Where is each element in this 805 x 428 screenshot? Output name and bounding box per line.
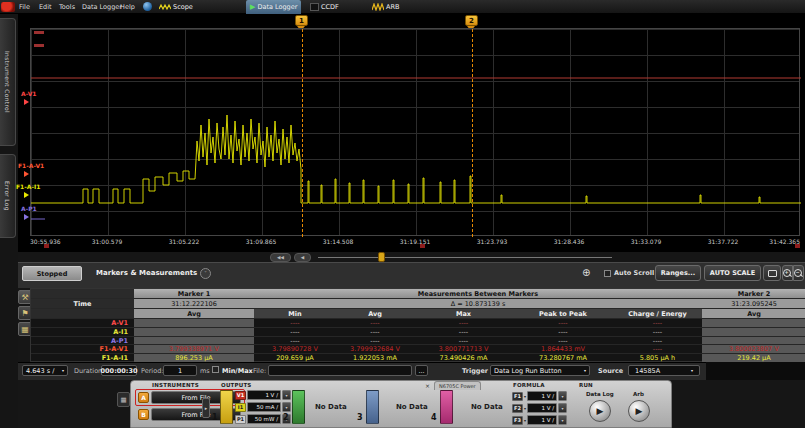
app-tab-data-logger[interactable]: ▶ Data Logger [246, 0, 301, 14]
minmax-label[interactable]: Min/Max [222, 367, 253, 375]
i1-range-field[interactable]: 50 mA / [247, 402, 281, 412]
auto-scroll-label[interactable]: Auto Scroll [614, 269, 654, 277]
chevron-down-icon[interactable]: ▾ [524, 394, 526, 399]
run-header: RUN [579, 382, 593, 388]
crosshair-icon[interactable]: ⊕ [582, 267, 590, 278]
period-label: Period: [141, 367, 163, 375]
f1-range-field[interactable]: 1 V / [527, 391, 557, 401]
channel-3-bar[interactable] [366, 390, 379, 424]
browse-button[interactable]: ... [415, 365, 428, 376]
v1-badge: V1 [235, 391, 246, 400]
x-tick: 31:28.436 [554, 238, 585, 245]
channel-label-a-p1[interactable]: A-P1 [21, 205, 37, 212]
marker2-line[interactable] [472, 29, 473, 237]
cell [702, 319, 805, 328]
zoom-region-button[interactable] [763, 265, 781, 281]
arb-run-button[interactable]: ▶ [628, 400, 650, 422]
v1-range-field[interactable]: 1 V / [247, 390, 281, 400]
cell: 3.800023807 V [702, 345, 805, 354]
app-logo-icon [1, 2, 15, 12]
app-tab-ccdf[interactable]: CCDF [306, 0, 343, 14]
channel-1-bar[interactable] [220, 390, 233, 424]
chevron-down-icon[interactable]: ▾ [558, 415, 567, 425]
chevron-down-icon[interactable]: ▾ [558, 403, 567, 413]
menu-file[interactable]: File [17, 3, 32, 12]
scroll-left-button[interactable]: ◀ [294, 253, 311, 262]
cell [702, 328, 805, 337]
data-region-mark [44, 244, 49, 248]
menu-edit[interactable]: Edit [37, 3, 54, 12]
p1-range-field[interactable]: 50 mW / [247, 414, 281, 424]
cell: ---- [513, 337, 613, 346]
chevron-down-icon[interactable]: ▾ [282, 390, 291, 400]
col-marker1-avg: Avg [134, 309, 254, 319]
sidebar-tab-instrument-control[interactable]: Instrument Control [0, 18, 16, 146]
close-icon[interactable]: × [425, 382, 430, 389]
cell: ---- [613, 345, 702, 354]
chevron-down-icon[interactable]: ▾ [282, 402, 291, 412]
f3-badge: F3 [512, 416, 523, 425]
chevron-down-icon[interactable]: ˇ [200, 268, 211, 279]
sidebar-tab-error-log[interactable]: Error Log [0, 154, 16, 238]
waveform-traces [31, 29, 801, 237]
channel-label-f1-a-i1[interactable]: F1-A-I1 [16, 183, 40, 190]
instruments-header: INSTRUMENTS [152, 382, 199, 388]
row-label-a-p1[interactable]: A-P1 [31, 337, 134, 346]
instrument-b-badge: B [138, 409, 149, 420]
zoom-in-button[interactable]: + [782, 265, 793, 281]
ranges-button[interactable]: Ranges... [655, 265, 701, 281]
instrument-tab[interactable]: N6705C Power [434, 381, 481, 390]
instruments-expand-button[interactable]: ▸ [202, 398, 210, 418]
trigger-dropdown[interactable]: Data Log Run Button▾ [490, 365, 590, 376]
benchvue-icon[interactable] [143, 2, 152, 11]
panel-title: Markers & Measurements [96, 269, 197, 277]
channel-label-a-v1[interactable]: A-V1 [21, 90, 37, 97]
cell: ---- [513, 319, 613, 328]
time-scale-dropdown[interactable]: 4.643 s /▾ [22, 365, 68, 376]
channel-label-f1-a-v1[interactable]: F1-A-V1 [18, 162, 44, 169]
col-avg: Avg [336, 309, 414, 319]
cell: ---- [336, 328, 414, 337]
i1-badge: I1 [235, 403, 246, 412]
menu-help[interactable]: Help [118, 3, 137, 12]
time-header: Time [31, 299, 134, 309]
x-tick: 31:09.865 [246, 238, 277, 245]
auto-scale-button[interactable]: AUTO SCALE [704, 265, 761, 281]
marker2-header[interactable]: Marker 2 [702, 289, 805, 299]
row-label-a-v1[interactable]: A-V1 [31, 319, 134, 328]
row-label-a-i1[interactable]: A-I1 [31, 328, 134, 337]
waveform-plot[interactable] [30, 28, 800, 236]
scroll-track[interactable] [318, 257, 612, 258]
panel-menu-button[interactable]: ▦ [117, 392, 130, 407]
instrument-a-badge: A [138, 392, 149, 403]
scroll-handle[interactable] [378, 252, 385, 262]
marker1-header[interactable]: Marker 1 [134, 289, 254, 299]
f2-range-field[interactable]: 1 V / [527, 403, 557, 413]
marker1-line[interactable] [302, 29, 303, 237]
scroll-fast-left-button[interactable]: ◀◀ [270, 253, 291, 262]
data-log-run-button[interactable]: ▶ [589, 400, 611, 422]
channel-4-bar[interactable] [440, 390, 453, 424]
zoom-out-button[interactable]: − [793, 265, 804, 281]
col-peak-to-peak: Peak to Peak [513, 309, 613, 319]
minmax-checkbox[interactable] [212, 366, 219, 373]
row-label-f1-a-v1[interactable]: F1-A-V1 [31, 345, 134, 354]
period-field[interactable]: 1 [163, 365, 197, 376]
auto-scroll-checkbox[interactable] [604, 270, 611, 277]
period-unit: ms [200, 367, 210, 375]
col-charge-energy: Charge / Energy [613, 309, 702, 319]
col-marker2-avg: Avg [702, 309, 805, 319]
chevron-down-icon[interactable]: ▾ [524, 406, 526, 411]
duration-field[interactable]: 000:00:30 [101, 365, 137, 376]
channel-2-bar[interactable] [292, 390, 305, 424]
source-dropdown[interactable]: 14585A▾ [628, 365, 700, 376]
app-tab-arb[interactable]: ARB [368, 0, 403, 14]
channel-3-number: 3 [357, 413, 363, 422]
menu-tools[interactable]: Tools [57, 3, 77, 12]
f3-range-field[interactable]: 1 V / [527, 415, 557, 425]
app-tab-scope[interactable]: Scope [155, 0, 197, 14]
chevron-down-icon[interactable]: ▾ [524, 418, 526, 423]
chevron-down-icon[interactable]: ▾ [558, 391, 567, 401]
channel-arrow-f1-a-v1 [24, 171, 29, 177]
file-field[interactable] [268, 365, 412, 376]
